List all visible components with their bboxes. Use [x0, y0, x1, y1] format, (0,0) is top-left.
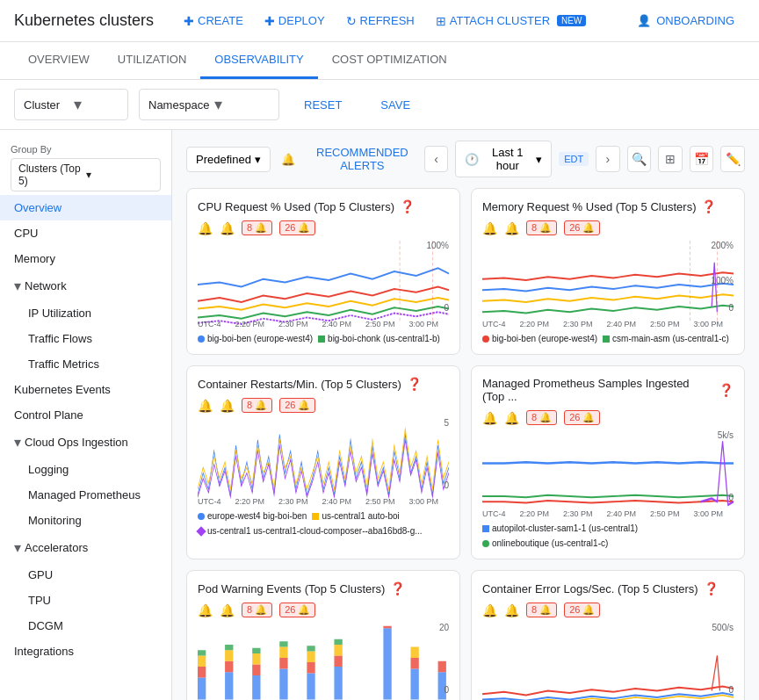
cluster-filter-chevron: ▾ — [74, 95, 119, 114]
container-restarts-chart-card: Container Restarts/Min. (Top 5 Clusters)… — [186, 365, 460, 559]
svg-rect-13 — [252, 665, 260, 676]
memory-chart-area: 200% 100% 0 UTC-4 2 — [482, 241, 734, 328]
sidebar-item-overview[interactable]: Overview — [0, 195, 171, 220]
memory-bell-1[interactable]: 🔔 — [482, 221, 497, 235]
group-by-select[interactable]: Clusters (Top 5) ▾ — [11, 158, 161, 191]
content-area: Predefined ▾ 🔔 RECOMMENDED ALERTS ‹ 🕐 La… — [172, 130, 759, 700]
sidebar-item-tpu[interactable]: TPU — [0, 588, 171, 613]
help-icon-cpu[interactable]: ❓ — [400, 199, 415, 213]
error-logs-bell-2[interactable]: 🔔 — [504, 603, 519, 617]
alert-count-8[interactable]: 8 🔔 — [242, 220, 272, 235]
onboarding-button[interactable]: 👤 ONBOARDING — [626, 9, 745, 32]
cpu-axis: UTC-4 2:20 PM 2:30 PM 2:40 PM 2:50 PM 3:… — [198, 320, 438, 328]
svg-rect-11 — [225, 645, 233, 650]
alert-count-26[interactable]: 26 🔔 — [279, 220, 315, 235]
next-button[interactable]: › — [596, 146, 620, 172]
namespace-filter[interactable]: Namespace ▾ — [139, 89, 279, 120]
tab-overview[interactable]: OVERVIEW — [14, 42, 104, 79]
time-range-button[interactable]: 🕐 Last 1 hour ▾ — [455, 141, 552, 177]
memory-alert-8[interactable]: 8 🔔 — [526, 220, 557, 235]
tab-observability[interactable]: OBSERVABILITY — [200, 42, 317, 79]
error-logs-alert-8[interactable]: 8 🔔 — [526, 603, 557, 617]
help-icon-pod-warning[interactable]: ❓ — [390, 581, 405, 595]
sidebar-item-kubernetes-events[interactable]: Kubernetes Events — [0, 377, 171, 402]
help-icon-prometheus[interactable]: ❓ — [719, 383, 734, 397]
restarts-alert-8[interactable]: 8 🔔 — [242, 398, 272, 413]
calendar-button[interactable]: 📅 — [690, 146, 714, 172]
prometheus-axis: UTC-4 2:20 PM 2:30 PM 2:40 PM 2:50 PM 3:… — [482, 509, 723, 518]
container-error-logs-chart-card: Container Error Logs/Sec. (Top 5 Cluster… — [471, 570, 745, 700]
restarts-alert-26[interactable]: 26 🔔 — [279, 398, 315, 413]
memory-bell-2[interactable]: 🔔 — [504, 221, 519, 235]
restarts-y0: 0 — [444, 480, 449, 490]
pod-warning-bell-2[interactable]: 🔔 — [220, 603, 235, 617]
predefined-button[interactable]: Predefined ▾ — [186, 147, 271, 172]
save-button[interactable]: SAVE — [366, 93, 424, 117]
sidebar-expand-network[interactable]: ▾ Network — [0, 271, 171, 300]
help-icon-memory[interactable]: ❓ — [701, 199, 716, 213]
pod-warning-bell-1[interactable]: 🔔 — [198, 603, 213, 617]
content-header: Predefined ▾ 🔔 RECOMMENDED ALERTS ‹ 🕐 La… — [186, 141, 745, 177]
svg-rect-9 — [225, 661, 233, 673]
memory-legend-color-2 — [603, 336, 610, 343]
svg-rect-21 — [307, 662, 314, 674]
sidebar-item-memory[interactable]: Memory — [0, 246, 171, 271]
error-logs-bell-1[interactable]: 🔔 — [482, 603, 497, 617]
sidebar-item-ip-utilization[interactable]: IP Utilization — [0, 300, 171, 326]
cluster-filter[interactable]: Cluster ▾ — [14, 89, 128, 120]
error-logs-alert-26[interactable]: 26 🔔 — [564, 603, 600, 617]
alert-bell-2[interactable]: 🔔 — [220, 221, 235, 235]
create-button[interactable]: ✚ CREATE — [175, 9, 252, 33]
zoom-button[interactable]: 🔍 — [627, 146, 652, 172]
svg-rect-23 — [307, 646, 314, 651]
prometheus-alert-8[interactable]: 8 🔔 — [526, 410, 557, 425]
sidebar-item-dcgm[interactable]: DCGM — [0, 613, 171, 639]
sidebar-item-cpu[interactable]: CPU — [0, 220, 171, 246]
sidebar-item-monitoring[interactable]: Monitoring — [0, 508, 171, 533]
recommended-alerts-button[interactable]: 🔔 RECOMMENDED ALERTS — [281, 146, 424, 172]
refresh-button[interactable]: ↻ REFRESH — [337, 9, 423, 33]
sidebar-expand-accelerators[interactable]: ▾ Accelerators — [0, 533, 171, 562]
prometheus-bell-2[interactable]: 🔔 — [504, 411, 519, 425]
sidebar-item-logging[interactable]: Logging — [0, 457, 171, 482]
sidebar-item-traffic-flows[interactable]: Traffic Flows — [0, 326, 171, 351]
svg-rect-32 — [410, 647, 418, 659]
help-icon-restarts[interactable]: ❓ — [407, 377, 422, 391]
pod-warning-alert-26[interactable]: 26 🔔 — [279, 603, 315, 617]
create-icon: ✚ — [184, 14, 194, 28]
prev-button[interactable]: ‹ — [424, 146, 449, 172]
sidebar-expand-cloud-ops[interactable]: ▾ Cloud Ops Ingestion — [0, 428, 171, 457]
restarts-bell-2[interactable]: 🔔 — [220, 399, 235, 413]
sidebar-item-integrations[interactable]: Integrations — [0, 639, 171, 664]
svg-rect-12 — [252, 675, 260, 700]
sidebar: Group By Clusters (Top 5) ▾ Overview CPU… — [0, 130, 172, 700]
attach-cluster-button[interactable]: ⊞ ATTACH CLUSTER NEW — [427, 9, 596, 33]
reset-button[interactable]: RESET — [290, 93, 356, 117]
header: Kubernetes clusters ✚ CREATE ✚ DEPLOY ↻ … — [0, 0, 759, 42]
cpu-chart-title: CPU Request % Used (Top 5 Clusters) ❓ — [198, 199, 449, 213]
prometheus-bell-icon-1: 🔔 — [482, 411, 497, 425]
main-layout: Group By Clusters (Top 5) ▾ Overview CPU… — [0, 130, 759, 700]
pod-warning-title: Pod Warning Events (Top 5 Clusters) ❓ — [198, 581, 449, 595]
pod-warning-alert-8[interactable]: 8 🔔 — [242, 603, 272, 617]
deploy-button[interactable]: ✚ DEPLOY — [256, 9, 334, 33]
sidebar-item-gpu[interactable]: GPU — [0, 562, 171, 588]
managed-prometheus-title: Managed Prometheus Samples Ingested (Top… — [482, 377, 734, 403]
sidebar-item-control-plane[interactable]: Control Plane — [0, 402, 171, 428]
memory-chart-title: Memory Request % Used (Top 5 Clusters) ❓ — [482, 199, 734, 213]
sidebar-item-managed-prometheus[interactable]: Managed Prometheus — [0, 482, 171, 508]
tab-cost-optimization[interactable]: COST OPTIMIZATION — [318, 42, 461, 79]
edit-button[interactable]: ✏️ — [720, 146, 745, 172]
memory-alert-26[interactable]: 26 🔔 — [564, 220, 600, 235]
sidebar-item-traffic-metrics[interactable]: Traffic Metrics — [0, 351, 171, 377]
prometheus-bell-1[interactable]: 🔔 — [482, 411, 497, 425]
bell-icon-2: 🔔 — [220, 221, 235, 235]
restarts-bell-1[interactable]: 🔔 — [198, 399, 213, 413]
prometheus-alert-26[interactable]: 26 🔔 — [564, 410, 600, 425]
alert-bell-1[interactable]: 🔔 — [198, 221, 213, 235]
restarts-chart-alerts: 🔔 🔔 8 🔔 26 🔔 — [198, 398, 449, 413]
grid-button[interactable]: ⊞ — [658, 146, 683, 172]
help-icon-error-logs[interactable]: ❓ — [704, 581, 719, 595]
svg-rect-7 — [198, 650, 206, 655]
tab-utilization[interactable]: UTILIZATION — [104, 42, 200, 79]
